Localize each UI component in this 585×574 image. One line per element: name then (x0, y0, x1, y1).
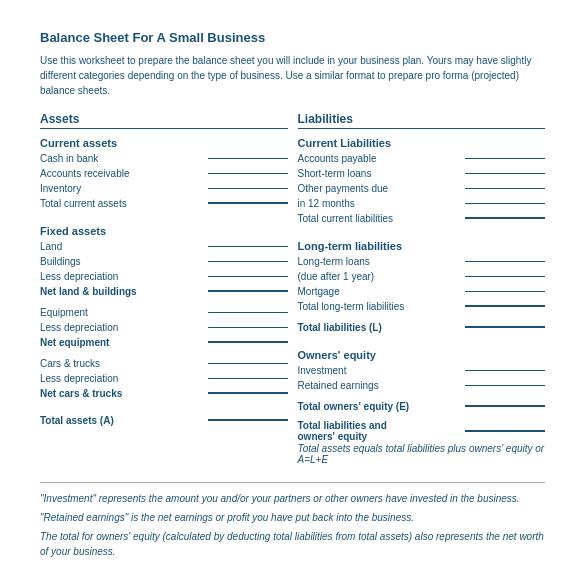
list-item: Total long-term liabilities (298, 299, 546, 313)
input-line (465, 405, 545, 407)
input-line (208, 276, 288, 277)
list-item: Investment (298, 363, 546, 377)
total-owners-equity-label: Total owners' equity (E) (298, 401, 462, 412)
page: Balance Sheet For A Small Business Use t… (0, 0, 585, 574)
input-line (208, 202, 288, 204)
list-item: Total current liabilities (298, 211, 546, 225)
row-label: Mortgage (298, 286, 462, 297)
page-title: Balance Sheet For A Small Business (40, 30, 545, 45)
input-line (465, 158, 545, 159)
fixed-assets-header: Fixed assets (40, 225, 288, 237)
input-line (208, 378, 288, 379)
input-line (465, 217, 545, 219)
list-item: Total assets equals total liabilities pl… (298, 443, 546, 465)
assets-column: Assets Current assets Cash in bank Accou… (40, 112, 288, 466)
input-line (465, 291, 545, 292)
list-item: Buildings (40, 254, 288, 268)
row-label: Less depreciation (40, 322, 204, 333)
input-line (208, 312, 288, 313)
total-owners-equity-row: Total owners' equity (E) (298, 399, 546, 413)
input-line (465, 385, 545, 386)
assets-header: Assets (40, 112, 288, 129)
row-label: Net cars & trucks (40, 388, 204, 399)
footer-line2: "Retained earnings" is the net earnings … (40, 510, 545, 525)
list-item: in 12 months (298, 196, 546, 210)
list-item: Less depreciation (40, 371, 288, 385)
row-label: Cars & trucks (40, 358, 204, 369)
row-label: Retained earnings (298, 380, 462, 391)
row-label: Buildings (40, 256, 204, 267)
row-label: Equipment (40, 307, 204, 318)
total-assets-label: Total assets (A) (40, 415, 204, 426)
input-line (208, 392, 288, 394)
list-item: Total current assets (40, 196, 288, 210)
input-line (208, 188, 288, 189)
total-liabilities-label: Total liabilities (L) (298, 322, 462, 333)
input-line (465, 276, 545, 277)
list-item: Net land & buildings (40, 284, 288, 298)
list-item: Less depreciation (40, 269, 288, 283)
row-label: Total long-term liabilities (298, 301, 462, 312)
input-line (465, 430, 545, 432)
row-label: Total current liabilities (298, 213, 462, 224)
row-label: Total assets equals total liabilities pl… (298, 443, 546, 465)
input-line (208, 246, 288, 247)
input-line (465, 203, 545, 204)
list-item: Land (40, 239, 288, 253)
list-item: Net equipment (40, 335, 288, 349)
row-label: Accounts payable (298, 153, 462, 164)
footer-line1: "Investment" represents the amount you a… (40, 491, 545, 506)
list-item: Short-term loans (298, 166, 546, 180)
input-line (208, 173, 288, 174)
list-item: Inventory (40, 181, 288, 195)
row-label: Net land & buildings (40, 286, 204, 297)
current-assets-header: Current assets (40, 137, 288, 149)
input-line (208, 290, 288, 292)
input-line (465, 370, 545, 371)
input-line (208, 341, 288, 343)
balance-sheet-columns: Assets Current assets Cash in bank Accou… (40, 112, 545, 466)
input-line (208, 158, 288, 159)
list-item: Less depreciation (40, 320, 288, 334)
row-label: Total current assets (40, 198, 204, 209)
input-line (208, 363, 288, 364)
row-label: Less depreciation (40, 271, 204, 282)
list-item: Other payments due (298, 181, 546, 195)
total-liabilities-equity-label: Total liabilities andowners' equity (298, 420, 462, 442)
input-line (465, 188, 545, 189)
input-line (465, 305, 545, 307)
row-label: Cash in bank (40, 153, 204, 164)
row-label: Long-term loans (298, 256, 462, 267)
list-item: Accounts payable (298, 151, 546, 165)
list-item: Equipment (40, 305, 288, 319)
list-item: (due after 1 year) (298, 269, 546, 283)
row-label: Other payments due (298, 183, 462, 194)
row-label: Investment (298, 365, 462, 376)
row-label: Inventory (40, 183, 204, 194)
input-line (465, 173, 545, 174)
list-item: Accounts receivable (40, 166, 288, 180)
total-assets-row: Total assets (A) (40, 413, 288, 427)
page-description: Use this worksheet to prepare the balanc… (40, 53, 540, 98)
liabilities-column: Liabilities Current Liabilities Accounts… (298, 112, 546, 466)
list-item: Cars & trucks (40, 356, 288, 370)
footer: "Investment" represents the amount you a… (40, 482, 545, 559)
current-liabilities-header: Current Liabilities (298, 137, 546, 149)
total-liabilities-equity-row: Total liabilities andowners' equity (298, 420, 546, 442)
row-label: (due after 1 year) (298, 271, 462, 282)
list-item: Long-term loans (298, 254, 546, 268)
row-label: Short-term loans (298, 168, 462, 179)
list-item: Net cars & trucks (40, 386, 288, 400)
owners-equity-header: Owners' equity (298, 349, 546, 361)
row-label: Less depreciation (40, 373, 204, 384)
list-item: Cash in bank (40, 151, 288, 165)
row-label: Net equipment (40, 337, 204, 348)
row-label: in 12 months (298, 198, 462, 209)
input-line (465, 261, 545, 262)
liabilities-header: Liabilities (298, 112, 546, 129)
list-item: Retained earnings (298, 378, 546, 392)
input-line (208, 261, 288, 262)
footer-line3: The total for owners' equity (calculated… (40, 529, 545, 559)
row-label: Accounts receivable (40, 168, 204, 179)
row-label: Land (40, 241, 204, 252)
